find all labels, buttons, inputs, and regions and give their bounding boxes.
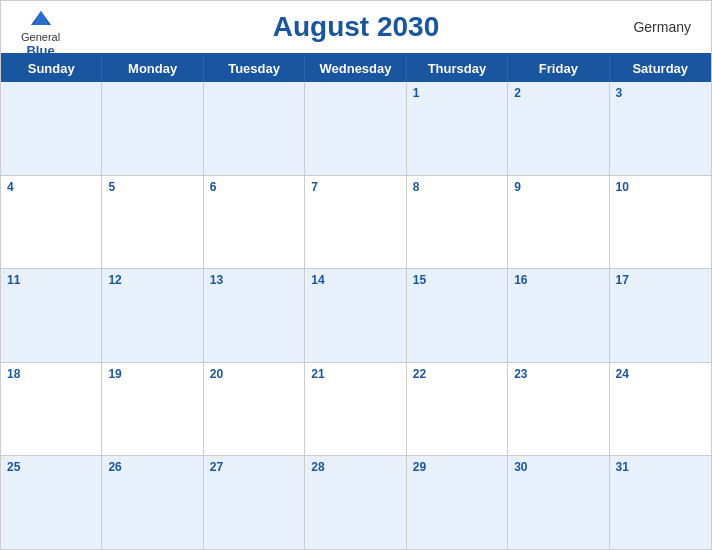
day-number: 11 [7, 273, 95, 287]
day-cell: 27 [204, 456, 305, 549]
weeks-container: 1234567891011121314151617181920212223242… [1, 82, 711, 549]
day-headers-row: Sunday Monday Tuesday Wednesday Thursday… [1, 55, 711, 82]
day-number: 26 [108, 460, 196, 474]
day-cell: 7 [305, 176, 406, 269]
header-monday: Monday [102, 55, 203, 82]
day-cell [102, 82, 203, 175]
day-cell: 21 [305, 363, 406, 456]
day-number: 6 [210, 180, 298, 194]
day-cell: 25 [1, 456, 102, 549]
day-cell: 23 [508, 363, 609, 456]
day-cell: 1 [407, 82, 508, 175]
day-cell: 29 [407, 456, 508, 549]
day-cell: 30 [508, 456, 609, 549]
day-number: 10 [616, 180, 705, 194]
day-number: 21 [311, 367, 399, 381]
day-cell [204, 82, 305, 175]
logo-general-text: General [21, 31, 60, 43]
day-cell: 19 [102, 363, 203, 456]
header-tuesday: Tuesday [204, 55, 305, 82]
logo-icon [23, 9, 59, 31]
calendar-grid: Sunday Monday Tuesday Wednesday Thursday… [1, 53, 711, 549]
day-number: 18 [7, 367, 95, 381]
day-number: 14 [311, 273, 399, 287]
day-number: 28 [311, 460, 399, 474]
day-number: 1 [413, 86, 501, 100]
header-thursday: Thursday [407, 55, 508, 82]
day-cell: 12 [102, 269, 203, 362]
day-number: 17 [616, 273, 705, 287]
day-number: 9 [514, 180, 602, 194]
day-number: 30 [514, 460, 602, 474]
day-cell: 20 [204, 363, 305, 456]
day-cell: 24 [610, 363, 711, 456]
day-cell: 9 [508, 176, 609, 269]
day-cell [305, 82, 406, 175]
day-number: 12 [108, 273, 196, 287]
day-number: 19 [108, 367, 196, 381]
day-number: 25 [7, 460, 95, 474]
day-cell: 28 [305, 456, 406, 549]
day-cell: 10 [610, 176, 711, 269]
day-number: 7 [311, 180, 399, 194]
day-cell: 5 [102, 176, 203, 269]
day-number: 16 [514, 273, 602, 287]
day-cell [1, 82, 102, 175]
day-cell: 11 [1, 269, 102, 362]
day-cell: 22 [407, 363, 508, 456]
header-wednesday: Wednesday [305, 55, 406, 82]
day-number: 3 [616, 86, 705, 100]
header-friday: Friday [508, 55, 609, 82]
day-cell: 8 [407, 176, 508, 269]
country-label: Germany [633, 19, 691, 35]
day-cell: 26 [102, 456, 203, 549]
day-number: 5 [108, 180, 196, 194]
day-number: 27 [210, 460, 298, 474]
logo-blue-text: Blue [26, 43, 54, 58]
header-sunday: Sunday [1, 55, 102, 82]
day-number: 8 [413, 180, 501, 194]
calendar-header: General Blue August 2030 Germany [1, 1, 711, 53]
week-row-5: 25262728293031 [1, 456, 711, 549]
day-cell: 4 [1, 176, 102, 269]
day-cell: 14 [305, 269, 406, 362]
day-cell: 31 [610, 456, 711, 549]
day-number: 24 [616, 367, 705, 381]
day-cell: 17 [610, 269, 711, 362]
week-row-4: 18192021222324 [1, 363, 711, 457]
day-cell: 15 [407, 269, 508, 362]
day-number: 23 [514, 367, 602, 381]
week-row-2: 45678910 [1, 176, 711, 270]
day-cell: 13 [204, 269, 305, 362]
day-number: 4 [7, 180, 95, 194]
day-cell: 18 [1, 363, 102, 456]
week-row-1: 123 [1, 82, 711, 176]
header-saturday: Saturday [610, 55, 711, 82]
day-number: 13 [210, 273, 298, 287]
day-number: 29 [413, 460, 501, 474]
day-number: 15 [413, 273, 501, 287]
day-cell: 6 [204, 176, 305, 269]
logo-area: General Blue [21, 9, 60, 58]
day-number: 31 [616, 460, 705, 474]
day-number: 2 [514, 86, 602, 100]
calendar-container: General Blue August 2030 Germany Sunday … [0, 0, 712, 550]
day-number: 22 [413, 367, 501, 381]
calendar-title: August 2030 [273, 11, 440, 43]
day-cell: 3 [610, 82, 711, 175]
day-cell: 2 [508, 82, 609, 175]
week-row-3: 11121314151617 [1, 269, 711, 363]
day-number: 20 [210, 367, 298, 381]
day-cell: 16 [508, 269, 609, 362]
